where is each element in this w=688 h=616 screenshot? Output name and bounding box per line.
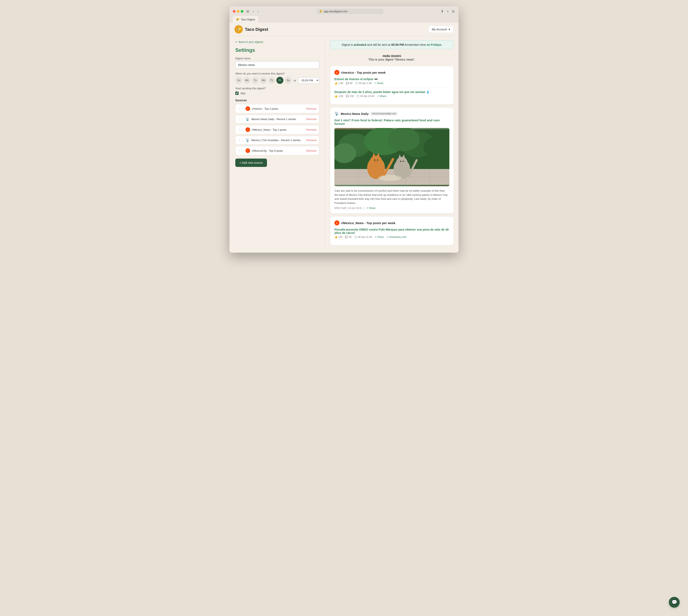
drag-handle-icon[interactable]: ⋮⋮ — [238, 117, 244, 121]
post-item-2: Después de más de 2 años, puedo beber ag… — [335, 90, 449, 97]
drag-handle-icon[interactable]: ⋮⋮ — [238, 107, 244, 110]
comments-icon: 💬 150 — [346, 95, 354, 97]
reddit-icon: r — [245, 148, 250, 153]
maximize-traffic-light[interactable] — [241, 10, 243, 13]
remove-source-5-button[interactable]: Remove — [306, 149, 317, 152]
likes-icon: 👍 1.8K — [335, 95, 343, 97]
browser-controls: ⊞ ‹ › 🌮 app.tacodigest.com ⬆ + ⧉ — [233, 9, 455, 14]
day-we-button[interactable]: We — [260, 77, 267, 84]
chat-button[interactable]: 💬 — [669, 597, 680, 608]
digest-name-label: Digest name — [235, 57, 319, 60]
day-su-button[interactable]: Su — [235, 77, 242, 84]
digest-panel: Digest is activated and will be sent at … — [325, 36, 458, 252]
my-account-label: My Account — [432, 28, 447, 31]
post-title-2[interactable]: Después de más de 2 años, puedo beber ag… — [335, 90, 449, 94]
post-meta-3: 👍 130 💬 35 🕐 09 Apr 21:49 ↗ Share ↗ news… — [335, 236, 449, 239]
tab-title: Taco Digest — [241, 18, 255, 21]
address-bar-container: 🌮 app.tacodigest.com — [262, 9, 438, 14]
app-header: 🌮 Taco Digest My Account ▾ — [230, 23, 458, 36]
drag-handle-icon[interactable]: ⋮⋮ — [238, 149, 244, 152]
rss-icon: 📡 — [245, 117, 250, 121]
time-icon: 🕐 04 Apr 20:44 — [356, 95, 374, 97]
card-title-reddit-mexico: r/mexico - Top posts per week — [341, 71, 386, 74]
digest-time: 05:00 PM — [391, 43, 404, 46]
day-th-button[interactable]: Th — [268, 77, 275, 84]
day-sa-button[interactable]: Sa — [285, 77, 292, 84]
tab-bar: 🌮 Taco Digest — [233, 16, 455, 23]
time-icon: 🕐 09 Apr 1:48 — [355, 82, 372, 85]
card-header-mexiconews: r r/Mexico_News - Top posts per week — [335, 220, 449, 225]
sources-label: Sources — [235, 98, 319, 102]
drag-handle-icon[interactable]: ⋮⋮ — [238, 128, 244, 131]
activated-banner: Digest is activated and will be sent at … — [330, 40, 453, 49]
share-link-mnd[interactable]: ↗ Share — [366, 207, 375, 210]
external-link-3[interactable]: ↗ newssmex.com — [386, 236, 407, 239]
share-separator: | — [364, 207, 364, 210]
reddit-card-icon: r — [335, 70, 339, 75]
settings-panel: ↩ Back to your digests Settings Digest n… — [230, 36, 325, 252]
logo-emoji: 🌮 — [236, 27, 241, 32]
settings-title: Settings — [235, 47, 319, 53]
remove-source-3-button[interactable]: Remove — [306, 128, 317, 131]
comments-icon: 💬 68 — [346, 82, 352, 85]
address-bar[interactable]: 🌮 app.tacodigest.com — [317, 9, 383, 14]
post-meta-1: 👍 1.9K 💬 68 🕐 09 Apr 1:48 ↗ Share — [335, 82, 449, 85]
comments-icon-3: 💬 35 — [345, 236, 351, 239]
post-meta-2: 👍 1.8K 💬 150 🕐 04 Apr 20:44 ↗ Share — [335, 95, 449, 97]
back-link-label: Back to your digests — [239, 40, 263, 44]
source-item-5: ⋮⋮ r r/MexicoCity - Top 5 posts Remove — [235, 146, 319, 155]
share-link-1[interactable]: ↗ Share — [374, 82, 383, 85]
remove-source-4-button[interactable]: Remove — [306, 139, 317, 142]
reddit-mexico-card: r r/mexico - Top posts per week Estuvo d… — [330, 66, 453, 104]
article-meta-mnd: MND Staff | 10 Apr 00:42 | ↗ Share — [335, 207, 449, 210]
back-to-digests-link[interactable]: ↩ Back to your digests — [235, 40, 319, 44]
site-favicon: 🌮 — [319, 10, 323, 13]
svg-point-18 — [374, 159, 375, 161]
day-tu-button[interactable]: Tu — [252, 77, 259, 84]
svg-point-15 — [370, 155, 382, 167]
share-link-2[interactable]: ↗ Share — [377, 95, 386, 97]
tabs-btn[interactable]: ⧉ — [451, 9, 455, 14]
start-sending-checkbox[interactable] — [235, 92, 239, 95]
app-logo: 🌮 Taco Digest — [235, 25, 268, 34]
post-item-1: Estuvo de huevos el eclipse 🕶️ 👍 1.9K 💬 … — [335, 78, 449, 85]
day-fr-button[interactable]: Fr — [276, 77, 283, 84]
share-link-3[interactable]: ↗ Share — [374, 236, 384, 239]
minimize-traffic-light[interactable] — [237, 10, 239, 13]
start-sending-label: Start sending this digest? — [235, 87, 319, 90]
remove-source-2-button[interactable]: Remove — [306, 117, 317, 121]
remove-source-1-button[interactable]: Remove — [306, 107, 317, 110]
new-tab-btn[interactable]: + — [446, 9, 450, 14]
article-title-mnd[interactable]: Got 1 min? From feral to federal: Palace… — [335, 118, 449, 126]
day-selector: Su Mo Tu We Th Fr Sa at 05:00 PM — [235, 77, 319, 84]
sidebar-toggle-btn[interactable]: ⊞ — [245, 9, 250, 14]
drag-handle-icon[interactable]: ⋮⋮ — [238, 139, 244, 142]
my-account-button[interactable]: My Account ▾ — [428, 26, 453, 33]
svg-point-27 — [403, 161, 404, 162]
active-tab[interactable]: 🌮 Taco Digest — [233, 16, 258, 23]
chat-icon: 💬 — [671, 599, 677, 605]
svg-point-19 — [377, 159, 378, 161]
post-item-3: Fiscalía presenta VIDEO contra Fofo Márq… — [335, 228, 449, 239]
rss-card-icon: 📡 — [335, 111, 339, 116]
greeting-line2: This is your digest "Mexico news". — [330, 58, 453, 61]
post-title-1[interactable]: Estuvo de huevos el eclipse 🕶️ — [335, 78, 449, 81]
forward-btn[interactable]: › — [257, 9, 259, 14]
source-name-5: r/MexicoCity - Top 5 posts — [252, 149, 305, 152]
browser-window: ⊞ ‹ › 🌮 app.tacodigest.com ⬆ + ⧉ 🌮 Taco … — [230, 6, 458, 252]
article-author-date: MND Staff | 10 Apr 00:42 — [335, 207, 362, 210]
close-traffic-light[interactable] — [233, 10, 236, 13]
at-label: at — [294, 79, 296, 82]
svg-point-6 — [388, 128, 420, 151]
digest-greeting: Hello Dmitrii This is your digest "Mexic… — [330, 54, 453, 61]
share-btn[interactable]: ⬆ — [440, 9, 444, 14]
time-select[interactable]: 05:00 PM — [298, 77, 319, 84]
digest-name-input[interactable] — [235, 61, 319, 69]
back-btn[interactable]: ‹ — [252, 9, 255, 14]
add-source-button[interactable]: + Add new source — [235, 159, 267, 167]
day-mo-button[interactable]: Mo — [243, 77, 250, 84]
traffic-lights — [233, 10, 243, 13]
yes-label: Yes! — [240, 92, 245, 95]
when-label: When do you want to receive this digest? — [235, 72, 319, 75]
post-title-3[interactable]: Fiscalía presenta VIDEO contra Fofo Márq… — [335, 228, 449, 235]
